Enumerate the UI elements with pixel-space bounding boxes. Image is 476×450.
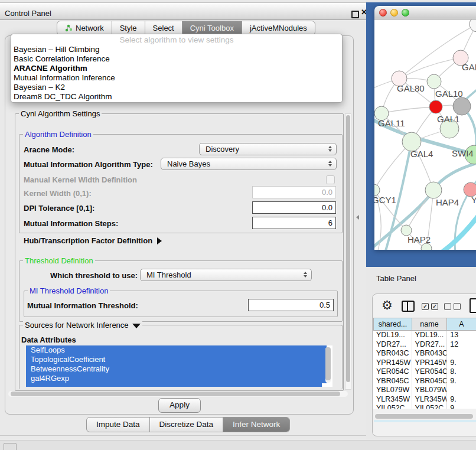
mi-threshold-field[interactable]: 0.5 [248,299,334,311]
table-row-5[interactable]: YBR045CYBR045C9. [373,377,476,386]
float-window-icon[interactable] [351,11,359,18]
network-graph: GALGAL80GAL10GAL1GAL11SWI4GAL4GCY1HAP4YH… [374,19,476,250]
tab-network[interactable]: Network [57,21,112,35]
algorithm-option-5[interactable]: Dream8 DC_TDC Algorithm [11,92,342,102]
bottom-tab-impute-data[interactable]: Impute Data [87,418,149,432]
tab-style[interactable]: Style [112,21,145,35]
table-cell: YPR145W [373,358,412,368]
mi-type-label: Mutual Information Algorithm Type: [24,160,153,169]
attribute-item-partial[interactable] [26,383,322,387]
table-cell: 9. [447,404,476,409]
mi-type-combo[interactable]: Naive Bayes [161,158,337,170]
network-node-3[interactable] [427,74,441,89]
columns-icon[interactable] [402,301,415,312]
tab-select[interactable]: Select [145,21,182,35]
attribute-item-TopologicalCoefficient[interactable]: TopologicalCoefficient [26,355,327,364]
network-node-5[interactable] [429,100,442,113]
checked-checkbox-icon[interactable]: ✓ [422,303,429,310]
table-cell: YLR345W [412,395,448,405]
table-cell: 12 [447,340,476,350]
bottom-tab-discretize-data[interactable]: Discretize Data [149,418,223,432]
algorithm-dropdown: Select algorithm to view settings Bayesi… [11,34,343,103]
settings-horizontal-scrollbar[interactable] [8,391,348,397]
table-cell: 9. [447,358,476,368]
table-horizontal-scrollbar[interactable] [374,413,475,419]
table-cell: 9. [447,395,476,405]
table-body: YDL19...YDL19...13YDR27...YDR27...12YBR0… [373,331,476,409]
algorithm-option-3[interactable]: Mutual Information Inference [11,73,342,83]
unchecked-checkbox-icon[interactable] [454,303,461,310]
unchecked-checkbox-icon[interactable] [444,303,451,310]
hub-definition-toggle[interactable]: Hub/Transcription Factor Definition [24,236,162,245]
tab-label: Cyni Toolbox [190,24,234,32]
algorithm-option-0[interactable]: Bayesian – Hill Climbing [11,45,342,54]
mi-steps-label: Mutual Information Steps: [24,219,118,228]
document-icon[interactable] [470,298,476,313]
sources-title[interactable]: Sources for Network Inference [23,321,142,330]
table-cell [447,386,476,395]
table-cell: YBR045C [412,377,448,386]
table-row-6[interactable]: YBL079WYBL079W [373,386,476,395]
algorithm-option-2[interactable]: ARACNE Algorithm [11,64,342,73]
attribute-item-SelfLoops[interactable]: SelfLoops [26,345,327,355]
aracne-mode-label: Aracne Mode: [24,145,74,154]
tab-cyni-toolbox[interactable]: Cyni Toolbox [182,21,242,35]
table-row-2[interactable]: YBR043CYBR043C [373,349,476,358]
node-label-GAL11: GAL11 [378,118,405,128]
algorithm-definition-title: Algorithm Definition [23,130,93,139]
table-row-0[interactable]: YDL19...YDL19...13 [373,331,476,340]
aracne-mode-value: Discovery [206,145,239,154]
column-header-A[interactable]: A [447,318,476,330]
network-canvas[interactable]: GALGAL80GAL10GAL1GAL11SWI4GAL4GCY1HAP4YH… [374,19,476,250]
table-row-7[interactable]: YLR345WYLR345W9. [373,395,476,405]
column-header-shared...[interactable]: shared... [374,318,412,330]
network-icon [65,24,73,32]
manual-kernel-checkbox[interactable] [326,175,335,184]
bottom-tab-infer-network[interactable]: Infer Network [223,418,289,432]
aracne-mode-combo[interactable]: Discovery [199,143,337,155]
threshold-definition-title: Threshold Definition [23,256,95,265]
mi-threshold-title: MI Threshold Definition [28,286,110,295]
settings-vertical-scrollbar[interactable] [345,113,351,390]
table-row-8[interactable]: YIL052CYIL052C9. [373,404,476,409]
table-cell: YDL19... [412,331,448,340]
table-footer-strip [374,420,476,422]
table-cell: YBR043C [412,349,448,358]
kernel-width-field[interactable]: 0.0 [252,186,336,198]
attribute-item-gal4RGexp[interactable]: gal4RGexp [26,374,327,383]
network-node-4[interactable] [453,97,471,115]
zoom-traffic-light[interactable] [402,9,409,17]
tab-label: jActiveMNodules [250,24,307,32]
table-panel-title: Table Panel [376,274,416,283]
gear-icon[interactable]: ⚙ [382,298,393,312]
table-row-1[interactable]: YDR27...YDR27...12 [373,340,476,350]
table-cell: YDR27... [412,340,448,350]
control-panel-frame: Control Panel ✕ NetworkStyleSelectCyni T… [0,0,366,440]
algorithm-option-4[interactable]: Bayesian – K2 [11,83,342,92]
mini-panel-button[interactable] [4,443,17,450]
table-row-4[interactable]: YER054CYER054C8. [373,367,476,377]
close-traffic-light[interactable] [379,9,387,17]
node-table: shared...nameA YDL19...YDL19...13YDR27..… [373,318,476,422]
tab-jactivemnodules[interactable]: jActiveMNodules [242,21,315,35]
attribute-item-BetweennessCentrality[interactable]: BetweennessCentrality [26,364,327,374]
which-threshold-combo[interactable]: MI Threshold [140,269,312,281]
mi-steps-field[interactable]: 6 [252,217,336,229]
apply-button[interactable]: Apply [158,398,201,413]
column-header-name[interactable]: name [412,318,447,330]
checked-checkbox-icon[interactable]: ✓ [431,303,438,310]
network-node-11[interactable] [425,182,442,198]
table-cell: YBR043C [373,349,412,358]
attributes-scrollbar[interactable] [325,347,331,383]
network-node-10[interactable] [374,184,380,196]
dpi-tolerance-field[interactable]: 0.0 [252,201,336,214]
algorithm-option-1[interactable]: Basic Correlation Inference [11,54,342,64]
tab-label: Network [76,24,104,32]
table-row-3[interactable]: YPR145WYPR145W9. [373,358,476,368]
network-window-titlebar[interactable] [374,6,476,19]
network-node-0[interactable] [470,19,476,32]
combo-arrows-icon [328,161,332,167]
minimize-traffic-light[interactable] [390,9,398,17]
pane-collapse-arrow[interactable] [356,215,359,220]
screenshot-root: { "control_panel": { "title": "Control P… [0,0,476,450]
